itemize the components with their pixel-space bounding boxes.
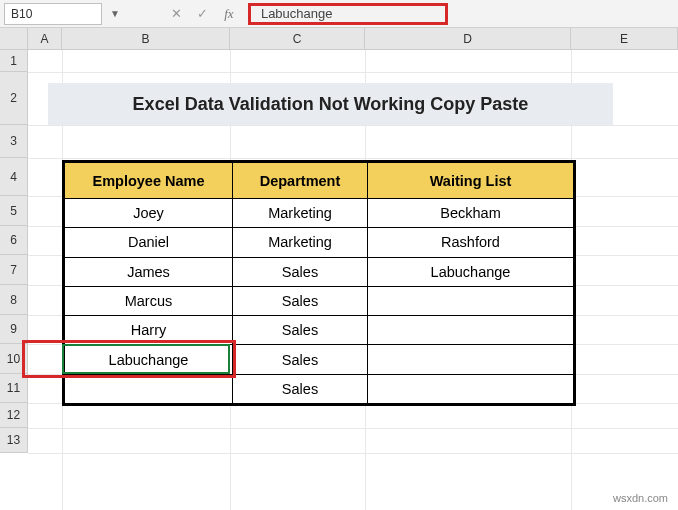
cancel-icon[interactable]: ✕ [164, 3, 190, 25]
cell-dep[interactable]: Sales [233, 286, 368, 315]
cell-emp[interactable]: Marcus [65, 286, 233, 315]
cell-wait[interactable] [368, 374, 574, 403]
cell-wait[interactable]: Rashford [368, 228, 574, 257]
cell-dep[interactable]: Sales [233, 316, 368, 345]
table-row: Joey Marketing Beckham [65, 199, 574, 228]
cell-wait[interactable] [368, 316, 574, 345]
table-header-row: Employee Name Department Waiting List [65, 163, 574, 199]
row-header-8[interactable]: 8 [0, 285, 28, 315]
cell-emp[interactable]: Harry [65, 316, 233, 345]
cells-area[interactable]: Excel Data Validation Not Working Copy P… [28, 50, 678, 510]
cell-emp[interactable]: Daniel [65, 228, 233, 257]
row-headers: 1 2 3 4 5 6 7 8 9 10 11 12 13 [0, 50, 28, 453]
row-header-10[interactable]: 10 [0, 344, 28, 374]
cell-dep[interactable]: Marketing [233, 228, 368, 257]
row-header-11[interactable]: 11 [0, 374, 28, 403]
row-header-3[interactable]: 3 [0, 125, 28, 158]
data-table: Employee Name Department Waiting List Jo… [62, 160, 576, 406]
cell-dep[interactable]: Sales [233, 345, 368, 374]
cell-emp[interactable]: James [65, 257, 233, 286]
table-row: James Sales Labuchange [65, 257, 574, 286]
select-all-corner[interactable] [0, 28, 28, 50]
col-header-b[interactable]: B [62, 28, 230, 50]
row-header-1[interactable]: 1 [0, 50, 28, 72]
row-header-12[interactable]: 12 [0, 403, 28, 428]
formula-input[interactable] [261, 6, 435, 21]
row-header-9[interactable]: 9 [0, 315, 28, 344]
cell-emp[interactable]: Labuchange [65, 345, 233, 374]
table-row: Sales [65, 374, 574, 403]
table-row: Harry Sales [65, 316, 574, 345]
name-box-value: B10 [11, 7, 32, 21]
name-box-dropdown-icon[interactable]: ▼ [106, 8, 124, 19]
header-employee[interactable]: Employee Name [65, 163, 233, 199]
column-headers: A B C D E [0, 28, 678, 50]
col-header-d[interactable]: D [365, 28, 571, 50]
cell-dep[interactable]: Sales [233, 257, 368, 286]
row-header-7[interactable]: 7 [0, 255, 28, 285]
cell-wait[interactable]: Beckham [368, 199, 574, 228]
accept-icon[interactable]: ✓ [190, 3, 216, 25]
table-row: Daniel Marketing Rashford [65, 228, 574, 257]
table-row: Labuchange Sales [65, 345, 574, 374]
col-header-a[interactable]: A [28, 28, 62, 50]
cell-emp[interactable]: Joey [65, 199, 233, 228]
row-header-13[interactable]: 13 [0, 428, 28, 453]
formula-bar: B10 ▼ ✕ ✓ fx [0, 0, 678, 28]
row-header-5[interactable]: 5 [0, 196, 28, 226]
cell-dep[interactable]: Marketing [233, 199, 368, 228]
watermark: wsxdn.com [613, 492, 668, 504]
row-header-2[interactable]: 2 [0, 72, 28, 125]
col-header-c[interactable]: C [230, 28, 365, 50]
cell-wait[interactable]: Labuchange [368, 257, 574, 286]
cell-emp[interactable] [65, 374, 233, 403]
cell-wait[interactable] [368, 345, 574, 374]
row-header-4[interactable]: 4 [0, 158, 28, 196]
header-waiting[interactable]: Waiting List [368, 163, 574, 199]
formula-input-highlight [248, 3, 448, 25]
cell-dep[interactable]: Sales [233, 374, 368, 403]
fx-icon[interactable]: fx [216, 3, 242, 25]
sheet-title[interactable]: Excel Data Validation Not Working Copy P… [48, 83, 613, 125]
header-department[interactable]: Department [233, 163, 368, 199]
name-box[interactable]: B10 [4, 3, 102, 25]
table-row: Marcus Sales [65, 286, 574, 315]
spreadsheet-grid[interactable]: A B C D E 1 2 3 4 5 6 7 8 9 10 11 12 13 [0, 28, 678, 510]
col-header-e[interactable]: E [571, 28, 678, 50]
row-header-6[interactable]: 6 [0, 226, 28, 255]
cell-wait[interactable] [368, 286, 574, 315]
formula-bar-buttons: ✕ ✓ fx [164, 3, 242, 25]
